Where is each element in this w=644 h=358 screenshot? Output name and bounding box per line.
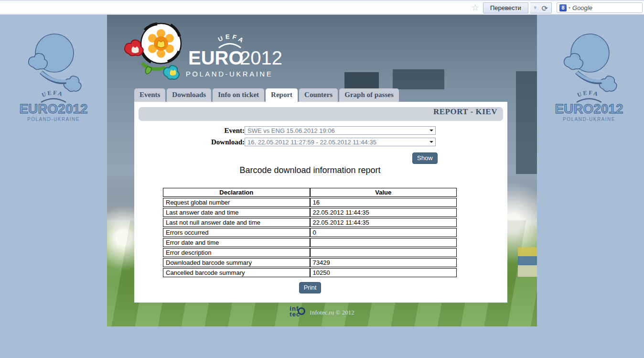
print-button[interactable]: Print — [299, 282, 322, 293]
table-cell: 0 — [310, 228, 457, 237]
footer: inf tec Infotec.ru © 2012 — [107, 305, 537, 320]
table-cell: 10250 — [310, 268, 457, 277]
report-table: DeclarationValue Request global number16… — [163, 187, 457, 278]
download-label: Download: — [192, 138, 245, 146]
infotec-logo-icon: inf tec — [290, 305, 306, 320]
dropdown-arrow-icon — [429, 130, 433, 133]
table-cell: Cancelled barcode summary — [163, 268, 310, 277]
watermark-uefa-text: UEFA — [576, 89, 600, 98]
report-table-head-row: DeclarationValue — [163, 188, 457, 197]
building-silhouette — [344, 72, 379, 89]
chevron-down-icon[interactable]: ▼ — [530, 3, 540, 13]
logo-euro-text: EURO — [188, 47, 244, 68]
building-silhouette — [393, 69, 444, 89]
svg-text:UEFA: UEFA — [41, 89, 64, 98]
download-select[interactable]: 16, 22.05.2012 11:27:59 - 22.05.2012 11:… — [245, 138, 436, 146]
table-cell: 73429 — [310, 258, 457, 267]
bookmark-star-icon[interactable]: ☆ — [470, 3, 481, 12]
table-cell: Last answer date and time — [163, 208, 310, 217]
table-row: Last not null answer date and time22.05.… — [163, 218, 457, 227]
footer-copyright: Infotec.ru © 2012 — [310, 309, 354, 316]
euro2012-watermark-left: UEFA EURO2012 POLAND-UKRAINE — [14, 26, 93, 127]
browser-toolbar: ☆ Перевести ▼ ⟳ 8 ▾ Google — [0, 0, 644, 15]
column-header: Declaration — [163, 188, 310, 197]
tab-graph-of-passes[interactable]: Graph of passes — [339, 88, 399, 102]
search-input[interactable]: 8 ▾ Google — [557, 2, 643, 13]
event-select-value: SWE vs ENG 15.06.2012 19:06 — [247, 127, 335, 134]
table-cell: Request global number — [163, 198, 310, 207]
table-cell: 22.05.2012 11:44:35 — [310, 218, 457, 227]
watermark-subtitle-text: POLAND-UKRAINE — [27, 117, 80, 122]
watermark-euro-text: EURO2012 — [19, 101, 87, 116]
table-cell: Errors occurred — [163, 228, 310, 237]
table-row: Error description — [163, 248, 457, 257]
table-cell — [310, 238, 457, 247]
watermark-euro-text: EURO2012 — [555, 101, 623, 116]
translate-button-group: ▼ ⟳ — [530, 2, 552, 13]
table-row: Last answer date and time22.05.2012 11:4… — [163, 208, 457, 217]
google-logo-icon: 8 — [559, 4, 567, 11]
svg-text:UEFA: UEFA — [576, 89, 600, 98]
table-cell: 22.05.2012 11:44:35 — [310, 208, 457, 217]
euro2012-logo: UEFA EURO 2012 POLAND-UKRAINE — [121, 19, 293, 86]
watermark-subtitle-text: POLAND-UKRAINE — [563, 117, 615, 122]
stadium-seats — [518, 247, 537, 277]
tab-downloads[interactable]: Downloads — [167, 88, 211, 102]
building-silhouette — [516, 71, 537, 174]
refresh-icon[interactable]: ⟳ — [540, 3, 551, 13]
report-table-body: Request global number16Last answer date … — [163, 198, 457, 277]
download-select-value: 16, 22.05.2012 11:27:59 - 22.05.2012 11:… — [247, 139, 376, 146]
logo-year-text: 2012 — [240, 47, 282, 68]
table-cell: 16 — [310, 198, 457, 207]
table-cell — [310, 248, 457, 257]
search-engine-chevron-icon[interactable]: ▾ — [569, 6, 570, 10]
table-cell: Error description — [163, 248, 310, 257]
watermark-uefa-text: UEFA — [41, 89, 64, 98]
event-select[interactable]: SWE vs ENG 15.06.2012 19:06 — [245, 126, 436, 135]
tab-report[interactable]: Report — [266, 88, 298, 102]
table-row: Downloaded barcode summary73429 — [163, 258, 457, 267]
report-title: Barcode download information report — [134, 165, 486, 175]
table-row: Request global number16 — [163, 198, 457, 207]
logo-subtitle-text: POLAND-UKRAINE — [186, 70, 273, 78]
table-row: Error date and time — [163, 238, 457, 247]
table-row: Cancelled barcode summary10250 — [163, 268, 457, 277]
search-placeholder: Google — [572, 4, 592, 11]
euro2012-watermark-right: UEFA EURO2012 POLAND-UKRAINE — [550, 26, 629, 127]
report-panel: REPORT - KIEV Event: SWE vs ENG 15.06.20… — [134, 102, 507, 303]
translate-button[interactable]: Перевести — [483, 2, 528, 13]
report-header-bar: REPORT - KIEV — [139, 107, 503, 121]
infotec-logo-ring — [298, 307, 305, 315]
column-header: Value — [310, 188, 457, 197]
stadium-background: UEFA EURO 2012 POLAND-UKRAINE EventsDown… — [107, 15, 537, 326]
event-label: Event: — [192, 127, 245, 135]
tabs: EventsDownloadsInfo on ticketReportCount… — [134, 88, 399, 102]
table-cell: Last not null answer date and time — [163, 218, 310, 227]
tab-info-on-ticket[interactable]: Info on ticket — [213, 88, 264, 102]
show-button[interactable]: Show — [412, 152, 438, 164]
table-cell: Error date and time — [163, 238, 310, 247]
tab-counters[interactable]: Counters — [299, 88, 338, 102]
page-background: UEFA EURO2012 POLAND-UKRAINE UEFA EURO20… — [0, 15, 644, 358]
dropdown-arrow-icon — [429, 141, 433, 145]
table-row: Errors occurred0 — [163, 228, 457, 237]
tab-events[interactable]: Events — [134, 88, 165, 102]
table-cell: Downloaded barcode summary — [163, 258, 310, 267]
